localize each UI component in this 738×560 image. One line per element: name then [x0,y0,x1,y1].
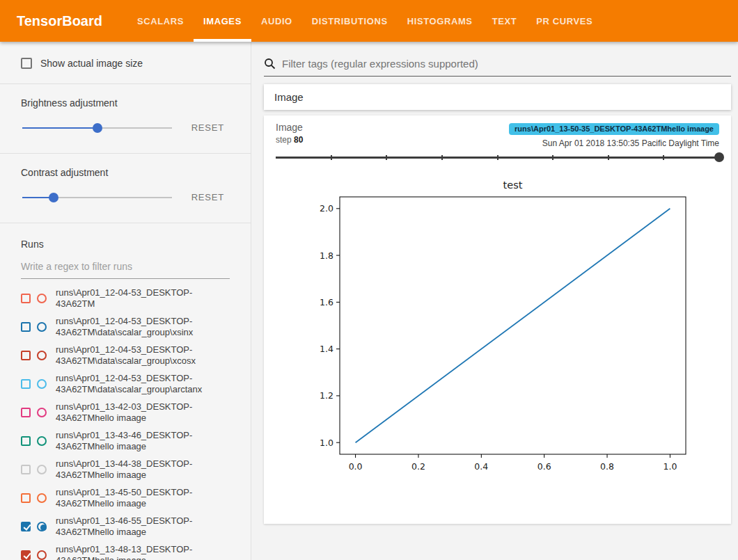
run-radio[interactable] [37,351,47,360]
slider-thumb[interactable] [49,193,58,202]
tab-histograms[interactable]: HISTOGRAMS [398,0,482,42]
run-checkbox[interactable] [21,550,31,560]
contrast-section: Contrast adjustment RESET [0,154,251,223]
svg-text:1.8: 1.8 [320,250,333,261]
runs-section: Runs runs\Apr01_12-04-53_DESKTOP-43A62TM… [0,223,251,560]
step-slider-tick [386,155,387,160]
tab-label: HISTOGRAMS [407,16,473,26]
tab-scalars[interactable]: SCALARS [127,0,194,42]
run-radio[interactable] [37,436,47,446]
run-row: runs\Apr01_12-04-53_DESKTOP-43A62TM\data… [21,341,230,369]
step-line: step 80 [276,135,303,145]
svg-text:1.6: 1.6 [320,297,333,307]
run-label: runs\Apr01_13-43-46_DESKTOP-43A62TMhello… [56,430,230,451]
search-icon [264,58,276,70]
sidebar: Show actual image size Brightness adjust… [0,42,251,560]
run-checkbox[interactable] [21,408,31,417]
contrast-slider-row: RESET [21,192,230,202]
line-plot: 0.00.20.40.60.81.01.01.21.41.61.82.0test [289,173,707,475]
run-label: runs\Apr01_12-04-53_DESKTOP-43A62TM [56,287,230,309]
tab-label: TEXT [492,16,517,26]
tab-label: AUDIO [261,16,292,26]
run-row: runs\Apr01_13-46-55_DESKTOP-43A62TMhello… [21,512,230,541]
svg-text:1.0: 1.0 [320,438,333,448]
run-radio[interactable] [37,408,47,417]
run-radio[interactable] [37,493,47,503]
slider-thumb[interactable] [93,123,102,133]
run-radio[interactable] [37,465,47,474]
show-actual-size-label: Show actual image size [40,58,143,69]
tab-label: DISTRIBUTIONS [312,16,388,26]
step-slider-tick [552,155,554,160]
run-label: runs\Apr01_12-04-53_DESKTOP-43A62TM\data… [56,316,230,337]
step-value: 80 [294,135,303,145]
run-label: runs\Apr01_13-48-13_DESKTOP-43A62TMhello… [56,544,230,560]
run-radio[interactable] [37,522,47,531]
run-checkbox[interactable] [21,322,31,332]
run-label: runs\Apr01_12-04-53_DESKTOP-43A62TM\data… [56,344,230,366]
tab-pr-curves[interactable]: PR CURVES [526,0,602,42]
run-checkbox[interactable] [21,493,31,503]
contrast-reset-button[interactable]: RESET [191,192,224,202]
svg-text:1.2: 1.2 [320,390,333,401]
svg-text:test: test [503,179,522,191]
svg-text:0.8: 0.8 [600,461,614,472]
content: Show actual image size Brightness adjust… [0,42,738,560]
svg-text:2.0: 2.0 [320,203,333,214]
run-row: runs\Apr01_12-04-53_DESKTOP-43A62TM\data… [21,312,230,341]
tag-filter-row [264,58,731,77]
tag-filter-input[interactable] [282,58,731,70]
image-card: Image step 80 runs\Apr01_13-50-35_DESKTO… [264,115,731,524]
run-row: runs\Apr01_13-44-38_DESKTOP-43A62TMhello… [21,455,230,483]
svg-text:1.4: 1.4 [320,344,333,354]
run-checkbox[interactable] [21,294,31,303]
tab-distributions[interactable]: DISTRIBUTIONS [302,0,398,42]
image-card-left: Image step 80 [276,122,303,145]
run-radio[interactable] [37,294,47,303]
nav-tabs: SCALARS IMAGES AUDIO DISTRIBUTIONS HISTO… [127,0,602,42]
tab-label: IMAGES [203,16,242,26]
category-header-image[interactable]: Image [264,84,731,110]
brightness-label: Brightness adjustment [21,97,230,109]
svg-text:0.0: 0.0 [348,461,362,472]
step-slider[interactable] [276,152,719,163]
tab-images[interactable]: IMAGES [194,0,251,42]
tab-label: SCALARS [137,16,184,26]
contrast-slider[interactable] [22,193,172,202]
brightness-slider-row: RESET [21,122,230,133]
brightness-reset-button[interactable]: RESET [191,122,224,133]
run-label: runs\Apr01_13-44-38_DESKTOP-43A62TMhello… [56,458,230,480]
run-radio[interactable] [37,379,47,389]
run-label: runs\Apr01_12-04-53_DESKTOP-43A62TM\data… [56,373,230,394]
step-label: step [276,135,292,145]
run-row: runs\Apr01_13-42-03_DESKTOP-43A62TMhello… [21,398,230,426]
step-slider-tick [441,155,443,160]
step-slider-tick [497,155,498,160]
brightness-section: Brightness adjustment RESET [0,84,251,154]
svg-text:1.0: 1.0 [663,461,677,472]
runs-filter-input[interactable] [21,261,230,279]
run-radio[interactable] [37,550,47,560]
runs-list: runs\Apr01_12-04-53_DESKTOP-43A62TM runs… [21,284,230,560]
image-card-header: Image step 80 runs\Apr01_13-50-35_DESKTO… [276,122,719,148]
contrast-label: Contrast adjustment [21,167,230,178]
run-radio[interactable] [37,322,47,332]
run-checkbox[interactable] [21,351,31,360]
app-logo: TensorBoard [17,0,102,42]
step-slider-tick [608,155,609,160]
brightness-slider[interactable] [22,123,172,133]
svg-text:0.6: 0.6 [537,461,551,472]
slider-fill [22,127,97,129]
run-checkbox[interactable] [21,436,31,446]
run-checkbox[interactable] [21,379,31,389]
tab-text[interactable]: TEXT [482,0,527,42]
run-row: runs\Apr01_13-43-46_DESKTOP-43A62TMhello… [21,426,230,455]
runs-title: Runs [21,239,230,250]
run-checkbox[interactable] [21,465,31,474]
category-title: Image [274,91,304,103]
main-pane: Image Image step 80 runs\Apr01_13-50-35_… [251,42,738,560]
show-actual-size-checkbox[interactable] [21,58,32,69]
run-checkbox[interactable] [21,522,31,531]
tab-audio[interactable]: AUDIO [251,0,302,42]
step-slider-thumb[interactable] [714,152,724,162]
